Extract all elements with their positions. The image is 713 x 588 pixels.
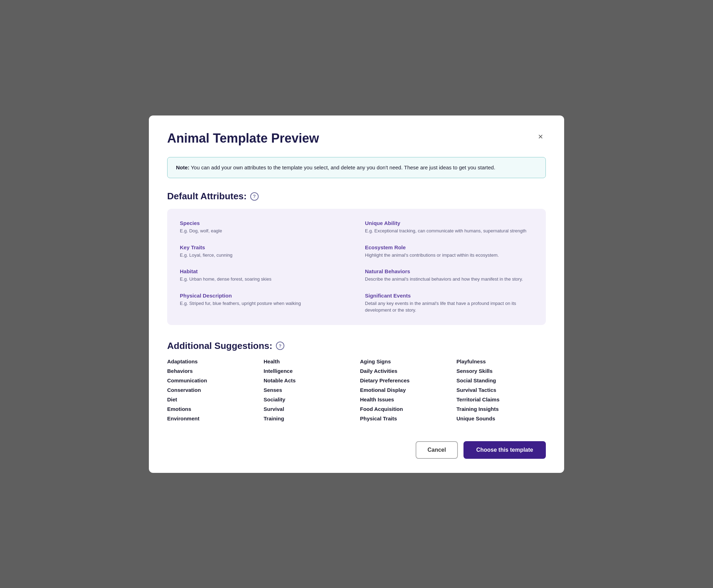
suggestion-item: Senses	[264, 387, 353, 393]
attribute-item: Physical Description E.g. Striped fur, b…	[180, 293, 348, 314]
suggestion-item: Aging Signs	[360, 358, 449, 364]
note-box: Note: You can add your own attributes to…	[167, 157, 546, 179]
suggestions-label: Additional Suggestions:	[167, 340, 272, 351]
modal-header: Animal Template Preview ×	[167, 131, 546, 146]
attribute-title: Natural Behaviors	[365, 268, 533, 274]
suggestion-item: Behaviors	[167, 368, 257, 374]
attribute-item: Significant Events Detail any key events…	[365, 293, 533, 314]
default-attributes-heading: Default Attributes: ?	[167, 191, 546, 202]
suggestion-item: Notable Acts	[264, 377, 353, 383]
suggestions-grid: AdaptationsHealthAging SignsPlayfulnessB…	[167, 358, 546, 421]
suggestion-item: Survival Tactics	[456, 387, 546, 393]
attribute-desc: Highlight the animal's contributions or …	[365, 252, 533, 259]
attribute-desc: E.g. Loyal, fierce, cunning	[180, 252, 348, 259]
suggestion-item: Food Acquisition	[360, 406, 449, 412]
suggestion-item: Territorial Claims	[456, 396, 546, 402]
choose-template-button[interactable]: Choose this template	[463, 441, 546, 459]
attribute-title: Unique Ability	[365, 220, 533, 226]
attribute-title: Key Traits	[180, 244, 348, 250]
attribute-title: Species	[180, 220, 348, 226]
attribute-title: Significant Events	[365, 293, 533, 299]
attribute-desc: Detail any key events in the animal's li…	[365, 300, 533, 314]
attribute-item: Ecosystem Role Highlight the animal's co…	[365, 244, 533, 259]
modal-title: Animal Template Preview	[167, 131, 319, 146]
note-text: You can add your own attributes to the t…	[191, 164, 495, 170]
attribute-desc: E.g. Striped fur, blue feathers, upright…	[180, 300, 348, 307]
suggestion-item: Emotional Display	[360, 387, 449, 393]
suggestion-item: Health Issues	[360, 396, 449, 402]
suggestion-item: Training Insights	[456, 406, 546, 412]
attribute-item: Species E.g. Dog, wolf, eagle	[180, 220, 348, 234]
default-attributes-help-icon[interactable]: ?	[250, 192, 259, 201]
attribute-title: Ecosystem Role	[365, 244, 533, 250]
note-bold: Note:	[176, 164, 189, 170]
attribute-item: Key Traits E.g. Loyal, fierce, cunning	[180, 244, 348, 259]
suggestion-item: Health	[264, 358, 353, 364]
suggestion-item: Training	[264, 415, 353, 421]
attribute-desc: Describe the animal's instinctual behavi…	[365, 276, 533, 283]
attribute-desc: E.g. Urban home, dense forest, soaring s…	[180, 276, 348, 283]
suggestions-help-icon[interactable]: ?	[276, 342, 284, 350]
suggestion-item: Physical Traits	[360, 415, 449, 421]
suggestion-item: Survival	[264, 406, 353, 412]
suggestion-item: Unique Sounds	[456, 415, 546, 421]
suggestion-item: Emotions	[167, 406, 257, 412]
close-button[interactable]: ×	[535, 131, 546, 142]
suggestion-item: Dietary Preferences	[360, 377, 449, 383]
suggestion-item: Diet	[167, 396, 257, 402]
suggestion-item: Adaptations	[167, 358, 257, 364]
attribute-item: Habitat E.g. Urban home, dense forest, s…	[180, 268, 348, 283]
suggestion-item: Sociality	[264, 396, 353, 402]
cancel-button[interactable]: Cancel	[416, 441, 458, 459]
attribute-desc: E.g. Dog, wolf, eagle	[180, 227, 348, 234]
suggestions-heading: Additional Suggestions: ?	[167, 340, 546, 351]
suggestion-item: Conservation	[167, 387, 257, 393]
suggestion-item: Social Standing	[456, 377, 546, 383]
attribute-title: Habitat	[180, 268, 348, 274]
modal-overlay: Animal Template Preview × Note: You can …	[0, 0, 713, 588]
default-attributes-label: Default Attributes:	[167, 191, 247, 202]
default-attributes-box: Species E.g. Dog, wolf, eagle Unique Abi…	[167, 209, 546, 325]
modal-footer: Cancel Choose this template	[167, 438, 546, 459]
suggestion-item: Playfulness	[456, 358, 546, 364]
attribute-desc: E.g. Exceptional tracking, can communica…	[365, 227, 533, 234]
suggestion-item: Communication	[167, 377, 257, 383]
suggestion-item: Environment	[167, 415, 257, 421]
attribute-item: Natural Behaviors Describe the animal's …	[365, 268, 533, 283]
suggestion-item: Sensory Skills	[456, 368, 546, 374]
modal-dialog: Animal Template Preview × Note: You can …	[149, 115, 564, 473]
suggestion-item: Daily Activities	[360, 368, 449, 374]
attribute-title: Physical Description	[180, 293, 348, 299]
suggestion-item: Intelligence	[264, 368, 353, 374]
attribute-item: Unique Ability E.g. Exceptional tracking…	[365, 220, 533, 234]
